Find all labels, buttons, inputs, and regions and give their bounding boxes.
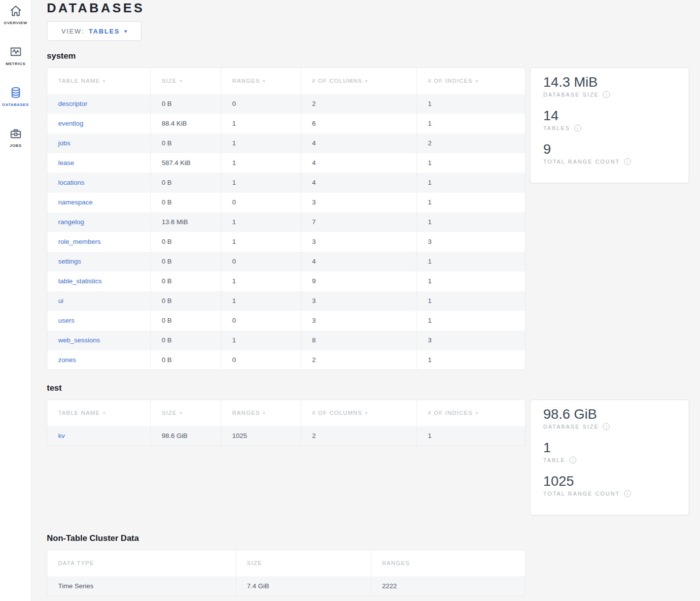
metrics-icon — [9, 45, 23, 59]
column-header-table-name[interactable]: TABLE NAME▾ — [47, 400, 151, 426]
table-body: kv98.6 GiB102521 — [47, 426, 525, 446]
table-header: TABLE NAME▾SIZE▾RANGES▾# OF COLUMNS▾# OF… — [47, 68, 525, 94]
stat-label: TABLES — [543, 125, 570, 131]
table-cell: 88.4 KiB — [151, 114, 221, 134]
sort-caret-icon: ▾ — [365, 79, 368, 83]
table-cell: 0 B — [151, 271, 221, 291]
view-selector-dropdown[interactable]: VIEW: TABLES ▾ — [47, 21, 141, 41]
column-header-size[interactable]: SIZE▾ — [151, 68, 221, 94]
column-header-label: # OF COLUMNS — [312, 410, 362, 416]
table-name-link[interactable]: settings — [58, 258, 81, 265]
table-cell: 0 B — [151, 232, 221, 252]
table-name-link[interactable]: ui — [58, 297, 64, 304]
table-name-link[interactable]: rangelog — [58, 218, 84, 226]
non-table-section: DATA TYPESIZERANGES Time Series7.4 GiB22… — [47, 550, 700, 596]
table-row: descriptor0 B021 — [47, 94, 525, 114]
table-cell: 3 — [417, 232, 525, 252]
table-row: settings0 B041 — [47, 252, 525, 271]
table-cell: 7 — [301, 212, 417, 232]
view-selector-value: TABLES — [89, 28, 120, 35]
sidebar-item-databases[interactable]: DATABASES — [0, 86, 31, 107]
info-icon[interactable]: i — [624, 158, 631, 165]
column-header--of-columns[interactable]: # OF COLUMNS▾ — [301, 400, 417, 426]
tables-table-wrap: TABLE NAME▾SIZE▾RANGES▾# OF COLUMNS▾# OF… — [47, 67, 525, 370]
table-cell: 4 — [301, 173, 417, 193]
sort-caret-icon: ▾ — [263, 79, 265, 83]
tables-table: TABLE NAME▾SIZE▾RANGES▾# OF COLUMNS▾# OF… — [47, 400, 525, 446]
table-name-link[interactable]: descriptor — [58, 100, 87, 107]
info-icon[interactable]: i — [624, 490, 631, 497]
table-row: locations0 B141 — [47, 173, 525, 193]
table-name-link[interactable]: zones — [58, 356, 76, 364]
table-cell: eventlog — [47, 114, 151, 134]
table-cell: 1 — [417, 212, 525, 232]
non-table-cluster-heading: Non-Table Cluster Data — [47, 533, 700, 544]
table-name-link[interactable]: role_members — [58, 238, 101, 245]
table-name-link[interactable]: web_sessions — [58, 336, 100, 344]
table-cell: 1 — [417, 311, 525, 331]
table-name-link[interactable]: eventlog — [58, 120, 83, 127]
table-name-link[interactable]: locations — [58, 179, 84, 186]
table-name-link[interactable]: users — [58, 317, 74, 324]
table-name-link[interactable]: table_statistics — [58, 277, 102, 285]
table-row: jobs0 B142 — [47, 134, 525, 153]
non-table-cluster-table: DATA TYPESIZERANGES Time Series7.4 GiB22… — [47, 550, 525, 596]
table-cell: 2 — [301, 94, 417, 114]
sort-caret-icon: ▾ — [476, 411, 478, 415]
table-cell: 1 — [417, 114, 525, 134]
table-cell: 1 — [417, 153, 525, 173]
info-icon[interactable]: i — [569, 457, 576, 464]
table-cell: 2 — [417, 134, 525, 153]
column-header--of-columns[interactable]: # OF COLUMNS▾ — [301, 68, 417, 94]
table-row: zones0 B021 — [47, 350, 525, 370]
table-name-link[interactable]: lease — [58, 159, 74, 167]
table-row: lease587.4 KiB141 — [47, 153, 525, 173]
table-cell: 2222 — [371, 576, 525, 596]
table-cell: namespace — [47, 193, 151, 212]
database-heading-system: system — [47, 51, 700, 62]
column-header--of-indices[interactable]: # OF INDICES▾ — [417, 400, 525, 426]
table-cell: settings — [47, 252, 151, 271]
table-cell: 3 — [301, 193, 417, 212]
sidebar-item-jobs[interactable]: JOBS — [0, 127, 31, 148]
table-body: descriptor0 B021eventlog88.4 KiB161jobs0… — [47, 94, 525, 370]
table-row: namespace0 B031 — [47, 193, 525, 212]
table-cell: table_statistics — [47, 271, 151, 291]
table-cell: 3 — [417, 331, 525, 350]
sidebar-item-metrics[interactable]: METRICS — [0, 45, 31, 66]
column-header--of-indices[interactable]: # OF INDICES▾ — [417, 68, 525, 94]
table-cell: 0 B — [151, 94, 221, 114]
table-cell: role_members — [47, 232, 151, 252]
column-header-size[interactable]: SIZE▾ — [151, 400, 221, 426]
info-icon[interactable]: i — [603, 423, 610, 430]
table-name-link[interactable]: kv — [58, 432, 65, 439]
table-cell: 0 B — [151, 134, 221, 153]
table-cell: 1 — [221, 291, 301, 311]
table-cell: 0 B — [151, 311, 221, 331]
sidebar-item-overview[interactable]: OVERVIEW — [0, 0, 31, 25]
table-cell: 1 — [221, 134, 301, 153]
info-icon[interactable]: i — [574, 125, 581, 132]
column-header-ranges[interactable]: RANGES▾ — [221, 68, 301, 94]
table-row: ui0 B131 — [47, 291, 525, 311]
home-icon — [9, 4, 23, 18]
table-header: DATA TYPESIZERANGES — [47, 550, 525, 576]
non-table-table-wrap: DATA TYPESIZERANGES Time Series7.4 GiB22… — [47, 550, 525, 596]
column-header-ranges[interactable]: RANGES▾ — [221, 400, 301, 426]
table-name-link[interactable]: namespace — [58, 199, 93, 206]
sort-caret-icon: ▾ — [365, 411, 368, 415]
table-cell: 2 — [301, 350, 417, 370]
info-icon[interactable]: i — [603, 91, 610, 98]
table-cell: zones — [47, 350, 151, 370]
sidebar: OVERVIEW METRICS DATABASES — [0, 0, 32, 601]
column-header-size: SIZE — [236, 550, 371, 576]
table-cell: 1 — [221, 232, 301, 252]
table-name-link[interactable]: jobs — [58, 139, 70, 147]
table-cell: 1 — [221, 173, 301, 193]
column-header-table-name[interactable]: TABLE NAME▾ — [47, 68, 151, 94]
summary-stat: 14.3 MiB DATABASE SIZE i — [543, 74, 679, 98]
table-cell: 0 — [221, 350, 301, 370]
stat-label: TOTAL RANGE COUNT — [543, 491, 620, 497]
tables-table: TABLE NAME▾SIZE▾RANGES▾# OF COLUMNS▾# OF… — [47, 67, 525, 370]
column-header-label: TABLE NAME — [58, 78, 100, 84]
